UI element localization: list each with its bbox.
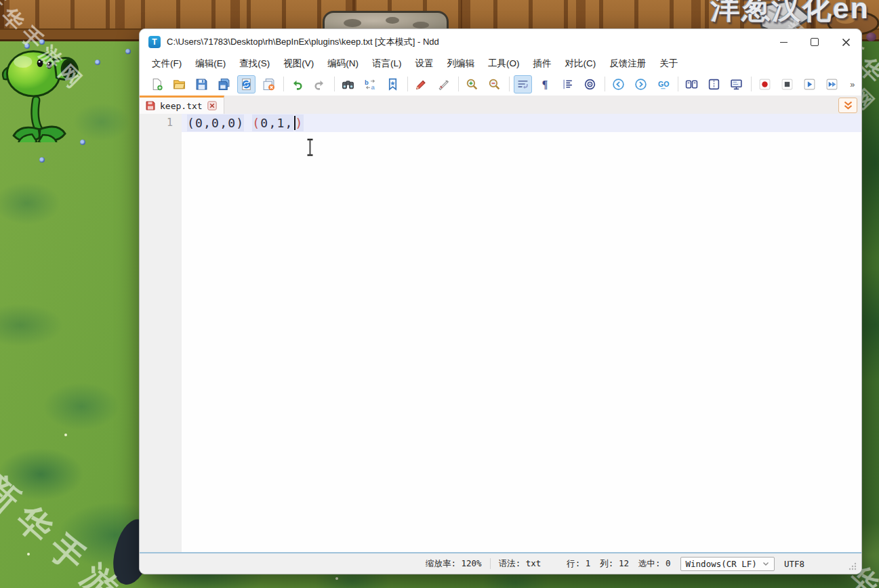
- record-macro-icon[interactable]: [756, 75, 774, 93]
- svg-text:¶: ¶: [542, 79, 548, 90]
- clear-mark-icon[interactable]: [434, 75, 453, 93]
- paragraph-mark-icon[interactable]: ¶: [536, 75, 554, 93]
- toolbar-separator: [509, 77, 510, 91]
- focus-mode-icon[interactable]: [581, 75, 599, 93]
- status-line: 行: 1: [567, 558, 590, 570]
- zoom-out-icon[interactable]: [485, 75, 504, 93]
- code-segment: (: [252, 114, 260, 131]
- status-encoding: UTF8: [784, 559, 804, 569]
- close-file-icon[interactable]: [260, 75, 278, 93]
- code-segment: ): [295, 114, 304, 131]
- toolbar-separator: [605, 77, 605, 91]
- code-segment: [244, 114, 252, 131]
- save-all-icon[interactable]: [215, 75, 233, 93]
- menu-item-compare[interactable]: 对比(C): [558, 56, 603, 72]
- toolbar: ba¶GO»: [140, 72, 861, 96]
- code-segment: (0,0,0): [187, 114, 244, 131]
- close-button[interactable]: [830, 29, 861, 55]
- next-position-icon[interactable]: [632, 75, 650, 93]
- redo-icon[interactable]: [310, 75, 329, 93]
- active-code-line[interactable]: (0,0,0) (0,1,): [182, 114, 861, 132]
- menu-item-language[interactable]: 语言(L): [365, 56, 409, 72]
- peashooter-sprite: [1, 43, 81, 142]
- code-area[interactable]: (0,0,0) (0,1,): [182, 114, 861, 552]
- app-icon: T: [148, 36, 161, 48]
- resize-grip[interactable]: [848, 562, 857, 570]
- menu-item-edit[interactable]: 编辑(E): [188, 56, 232, 72]
- editor-area[interactable]: 1 (0,0,0) (0,1,): [140, 114, 861, 552]
- zoom-in-icon[interactable]: [463, 75, 481, 93]
- stop-macro-icon[interactable]: [778, 75, 796, 93]
- menu-item-tools[interactable]: 工具(O): [481, 56, 527, 72]
- svg-text:a: a: [371, 83, 375, 91]
- tab-list-button[interactable]: [838, 98, 857, 113]
- save-icon[interactable]: [192, 75, 211, 93]
- chevron-down-icon: [762, 562, 769, 566]
- sparkle-dot: [27, 553, 30, 555]
- minimize-button[interactable]: [768, 29, 799, 55]
- status-selection: 选中: 0: [638, 558, 671, 570]
- reload-icon[interactable]: [237, 75, 255, 93]
- menu-item-view[interactable]: 视图(V): [277, 56, 321, 72]
- status-separator: [490, 558, 491, 569]
- prev-position-icon[interactable]: [609, 75, 628, 93]
- menu-item-plugins[interactable]: 插件: [527, 56, 558, 72]
- menu-item-file[interactable]: 文件(F): [145, 56, 188, 72]
- status-bar: 缩放率: 120% 语法: txt 行: 1 列: 12 选中: 0 Windo…: [140, 552, 861, 574]
- menu-item-about[interactable]: 关于: [653, 56, 684, 72]
- tab-bar: keep.txt: [140, 96, 861, 114]
- flower-dot: [125, 49, 131, 54]
- window-title: C:\Users\71783\Desktop\rh\BepInEx\plugin…: [167, 36, 439, 48]
- indent-guide-icon[interactable]: [558, 75, 577, 93]
- menu-item-search[interactable]: 查找(S): [232, 56, 277, 72]
- play-macro-icon[interactable]: [800, 75, 819, 93]
- toolbar-separator: [407, 77, 408, 91]
- toolbar-separator: [458, 77, 459, 91]
- title-bar[interactable]: T C:\Users\71783\Desktop\rh\BepInEx\plug…: [140, 29, 861, 55]
- sparkle-dot: [335, 577, 338, 580]
- play-multi-icon[interactable]: [823, 75, 841, 93]
- toolbar-separator: [751, 77, 752, 91]
- maximize-button[interactable]: [799, 29, 830, 55]
- menu-item-column-edit[interactable]: 列编辑: [441, 56, 482, 72]
- new-file-icon[interactable]: [148, 75, 166, 93]
- menu-item-settings[interactable]: 设置: [409, 56, 441, 72]
- menu-item-encoding[interactable]: 编码(N): [321, 56, 365, 72]
- menu-bar: 文件(F)编辑(E)查找(S)视图(V)编码(N)语言(L)设置列编辑工具(O)…: [140, 55, 861, 72]
- preview-icon[interactable]: [727, 75, 745, 93]
- eol-dropdown[interactable]: Windows(CR LF): [680, 557, 775, 571]
- find-icon[interactable]: [339, 75, 357, 93]
- word-wrap-icon[interactable]: [514, 75, 532, 93]
- minimize-icon: [780, 42, 788, 43]
- mark-pen-icon[interactable]: [412, 75, 430, 93]
- open-folder-icon[interactable]: [170, 75, 188, 93]
- flower-dot: [39, 157, 45, 163]
- compare-view-icon[interactable]: [705, 75, 723, 93]
- toolbar-separator: [334, 77, 335, 91]
- tab-keep-txt[interactable]: keep.txt: [140, 96, 224, 114]
- toolbar-separator: [283, 77, 284, 91]
- goto-line-icon[interactable]: GO: [654, 75, 672, 93]
- sparkle-dot: [64, 434, 67, 436]
- bookmark-icon[interactable]: [384, 75, 402, 93]
- code-segment: 0,1,: [260, 114, 293, 131]
- undo-icon[interactable]: [288, 75, 306, 93]
- status-syntax: 语法: txt: [499, 558, 541, 570]
- plant-sprite: [866, 33, 876, 41]
- menu-item-feedback[interactable]: 反馈注册: [602, 56, 653, 72]
- tab-label: keep.txt: [160, 101, 203, 111]
- double-chevron-down-icon: [842, 101, 854, 110]
- maximize-icon: [811, 38, 819, 46]
- svg-text:b: b: [365, 79, 369, 86]
- split-view-icon[interactable]: [682, 75, 701, 93]
- line-number: 1: [140, 114, 182, 132]
- toolbar-overflow-icon[interactable]: »: [845, 75, 863, 93]
- toolbar-separator: [678, 77, 678, 91]
- replace-icon[interactable]: ba: [361, 75, 380, 93]
- modified-save-icon: [146, 101, 155, 110]
- svg-text:»: »: [850, 80, 855, 89]
- status-zoom: 缩放率: 120%: [426, 558, 482, 570]
- status-column: 列: 12: [600, 558, 629, 570]
- tab-close-icon[interactable]: [207, 101, 217, 110]
- fan-translation-logo: 洋葱汉化en: [711, 0, 870, 28]
